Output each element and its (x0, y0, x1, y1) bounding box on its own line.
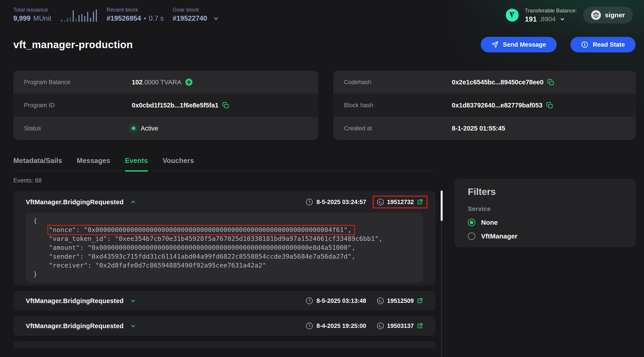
events-list: VftManager.BridgingRequested 8-5-2025 03… (13, 191, 436, 348)
block-hash-label: Block hash (333, 102, 452, 109)
chevron-up-icon[interactable] (130, 199, 136, 205)
sparkline-bar (87, 12, 88, 22)
clock-icon (305, 297, 313, 305)
vara-logo-icon (506, 9, 519, 21)
event-name: VftManager.BridgingRequested (26, 198, 124, 206)
recent-block-time: 0.7 s (149, 15, 164, 22)
tab-events[interactable]: Events (125, 157, 148, 165)
block-hash-value: 0x1d83792640...e82779baf053 (452, 102, 542, 109)
sparkline-bar (84, 16, 85, 22)
created-at-label: Created at (333, 125, 452, 132)
payload-line: "vara_token_id": "0xee354b7cb70e31b45928… (33, 234, 419, 243)
recent-block-label: Recent block (107, 7, 164, 13)
copy-icon[interactable] (546, 102, 553, 109)
program-info-cards: Program Balance 102.0000 TVARA Program I… (13, 71, 636, 140)
radio-unselected-icon[interactable] (468, 232, 475, 240)
status-row: Status Active (13, 117, 318, 140)
event-card-partial (13, 341, 436, 348)
codehash-row: Codehash 0x2e1c6545bc...89450ce78ee0 (333, 71, 636, 94)
status-label: Status (13, 125, 132, 132)
recent-block-stat: Recent block #19526954 • 0.7 s (107, 7, 164, 22)
program-balance-label: Program Balance (13, 79, 132, 86)
chevron-down-icon[interactable] (130, 298, 136, 304)
event-name: VftManager.BridgingRequested (26, 297, 124, 305)
status-badge: Active (141, 125, 158, 132)
block-icon (376, 297, 384, 305)
external-link-icon[interactable] (416, 199, 423, 205)
tab-messages[interactable]: Messages (77, 157, 110, 165)
status-active-dot (132, 127, 135, 130)
recent-block-number: #19526954 (107, 15, 141, 22)
external-link-icon[interactable] (416, 298, 423, 304)
add-balance-icon[interactable] (185, 78, 193, 86)
block-icon (376, 322, 384, 330)
sparkline-bar (70, 17, 71, 22)
send-message-button[interactable]: Send Message (481, 37, 557, 52)
balance-integer: 191 (525, 15, 537, 23)
sparkline-bar (64, 20, 65, 22)
total-issuance-label: Total issuance (13, 7, 51, 13)
copy-icon[interactable] (547, 79, 554, 86)
event-timestamp: 8-5-2025 03:24:57 (305, 198, 366, 206)
payload-line: "receiver": "0x2d8fafe0d7c86594885490f92… (33, 261, 419, 270)
program-card: Program Balance 102.0000 TVARA Program I… (13, 71, 318, 140)
event-card: VftManager.BridgingRequested 8-5-2025 03… (13, 191, 436, 286)
block-number-link[interactable]: 19512509 (376, 297, 423, 305)
gear-block-stat: Gear block #19522740 (173, 7, 219, 22)
filters-panel: Filters Service None VftManager (454, 179, 636, 247)
event-card: VftManager.BridgingRequested 8-5-2025 03… (13, 291, 436, 311)
total-issuance-value: 9,999 (13, 15, 31, 22)
event-header[interactable]: VftManager.BridgingRequested 8-5-2025 03… (13, 191, 436, 213)
account-button[interactable]: signer (583, 7, 633, 23)
network-stats: Total issuance 9,999 MUnit Recent block … (13, 7, 219, 22)
clock-icon (305, 322, 313, 330)
chevron-down-icon[interactable] (213, 15, 219, 21)
event-header[interactable]: VftManager.BridgingRequested 8-4-2025 19… (13, 316, 436, 336)
total-issuance-stat: Total issuance 9,999 MUnit (13, 7, 51, 22)
recent-block-separator: • (144, 15, 146, 22)
sparkline-bar (96, 9, 97, 22)
tab-metadata-sails[interactable]: Metadata/Sails (13, 157, 62, 165)
meta-card: Codehash 0x2e1c6545bc...89450ce78ee0 Blo… (333, 71, 636, 140)
block-number-link[interactable]: 19503137 (376, 322, 423, 330)
radio-selected-icon[interactable] (468, 219, 475, 226)
tab-vouchers[interactable]: Vouchers (163, 157, 194, 165)
event-header[interactable]: VftManager.BridgingRequested 8-5-2025 03… (13, 291, 436, 311)
payload-line: "sender": "0xd43593c715fdd31c61141abd04a… (33, 252, 419, 261)
balance-chevron-down-icon[interactable] (560, 16, 565, 22)
program-balance-value: 102.0000 TVARA (132, 79, 181, 86)
gear-block-label: Gear block (173, 7, 219, 13)
sparkline-bar (90, 18, 91, 22)
balance-fraction: .8904 (539, 16, 556, 22)
app-root: Total issuance 9,999 MUnit Recent block … (0, 0, 644, 357)
sparkline-bar (78, 15, 80, 22)
page-actions: Send Message Read State (481, 37, 636, 52)
block-number-link[interactable]: 19512732 (376, 198, 423, 206)
program-tabs: Metadata/Sails Messages Events Vouchers (13, 157, 436, 171)
program-id-label: Program ID (13, 102, 132, 109)
block-hash-row: Block hash 0x1d83792640...e82779baf053 (333, 94, 636, 117)
created-at-value: 8-1-2025 01:55:45 (452, 125, 505, 132)
read-state-button[interactable]: Read State (570, 37, 636, 52)
title-row: vft_manager-production Send Message (13, 37, 636, 52)
account-area: Transferable Balance: 191.8904 (506, 7, 633, 23)
gear-block-number: #19522740 (173, 15, 207, 22)
program-id-value: 0x0cbd1f152b...1f6e8e5f5fa1 (132, 102, 218, 109)
external-link-icon[interactable] (416, 323, 423, 329)
page-title: vft_manager-production (13, 39, 133, 51)
program-id-row: Program ID 0x0cbd1f152b...1f6e8e5f5fa1 (13, 94, 318, 117)
total-issuance-unit: MUnit (33, 15, 51, 22)
account-identicon (591, 10, 601, 20)
events-scrollbar-thumb[interactable] (441, 190, 443, 221)
sparkline-bar (76, 19, 77, 22)
clock-icon (305, 198, 313, 206)
codehash-label: Codehash (333, 79, 452, 86)
sparkline-bar (93, 11, 94, 22)
filters-title: Filters (468, 187, 636, 196)
copy-icon[interactable] (222, 102, 229, 109)
annotation-box-nonce: "nonce": "0x0000000000000000000000000000… (49, 225, 352, 234)
annotation-box-block: 19512732 (376, 198, 423, 206)
chevron-down-icon[interactable] (130, 323, 136, 329)
filter-option-vftmanager[interactable]: VftManager (468, 232, 517, 240)
filter-option-none[interactable]: None (468, 219, 498, 226)
